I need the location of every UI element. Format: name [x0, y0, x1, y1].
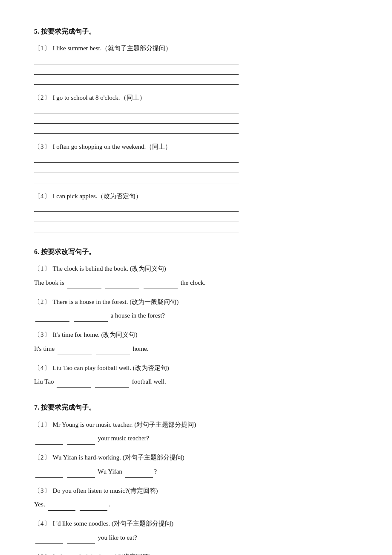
- q7-4-text: I 'd like some noodles. (对句子主题部分提问): [53, 518, 174, 529]
- section-6: 6. 按要求改写句子。 〔1〕 The clock is behind the …: [34, 246, 358, 388]
- blank: [35, 535, 63, 544]
- q6-1-text: The clock is behind the book. (改为同义句): [53, 263, 166, 275]
- blank: [48, 502, 75, 511]
- blank: [35, 469, 63, 478]
- q5-4-text: I can pick apples.（改为否定句）: [53, 191, 142, 202]
- q5-1-line: 〔1〕 I like summer best.（就句子主题部分提问）: [34, 43, 358, 54]
- answer-line: [34, 105, 239, 113]
- q6-3-line: 〔3〕 It's time for home. (改为同义句): [34, 330, 358, 341]
- answer-line: [34, 76, 239, 85]
- q5-4-line: 〔4〕 I can pick apples.（改为否定句）: [34, 191, 358, 202]
- q5-2-answers: [34, 105, 358, 134]
- q5-1-number: 〔1〕: [34, 43, 50, 54]
- blank: [80, 502, 107, 511]
- blank: [105, 280, 139, 289]
- q5-4-number: 〔4〕: [34, 191, 50, 202]
- section-7-title: 7. 按要求完成句子。: [34, 402, 358, 413]
- q7-3-line: 〔3〕 Do you often listen to music?(肯定回答): [34, 486, 358, 497]
- q6-1: 〔1〕 The clock is behind the book. (改为同义句…: [34, 263, 358, 289]
- q7-2: 〔2〕 Wu Yifan is hard-working. (对句子主题部分提问…: [34, 452, 358, 478]
- q7-3-text: Do you often listen to music?(肯定回答): [53, 486, 158, 497]
- answer-line: [34, 165, 239, 173]
- q7-3: 〔3〕 Do you often listen to music?(肯定回答) …: [34, 486, 358, 511]
- q6-1-line: 〔1〕 The clock is behind the book. (改为同义句…: [34, 263, 358, 275]
- blank: [144, 280, 178, 289]
- q6-1-number: 〔1〕: [34, 263, 50, 275]
- answer-line: [34, 175, 239, 183]
- q6-3: 〔3〕 It's time for home. (改为同义句) It's tim…: [34, 330, 358, 355]
- q7-2-line: 〔2〕 Wu Yifan is hard-working. (对句子主题部分提问…: [34, 452, 358, 463]
- q7-2-completion: Wu Yifan ?: [34, 465, 358, 478]
- q7-5-line: 〔5〕 Is there a desk in the park?(肯定回答): [34, 552, 358, 555]
- section-7: 7. 按要求完成句子。 〔1〕 Mr Young is our music te…: [34, 402, 358, 555]
- q7-1: 〔1〕 Mr Young is our music teacher. (对句子主…: [34, 419, 358, 445]
- section-5-title: 5. 按要求完成句子。: [34, 26, 358, 37]
- q5-3-number: 〔3〕: [34, 142, 50, 153]
- blank: [67, 436, 95, 445]
- blank: [67, 469, 95, 478]
- q7-1-completion: your music teacher?: [34, 432, 358, 445]
- blank: [96, 347, 130, 355]
- blank: [57, 379, 91, 388]
- q7-2-text: Wu Yifan is hard-working. (对句子主题部分提问): [53, 452, 184, 463]
- q6-2-completion: a house in the forest?: [34, 309, 358, 322]
- q6-2-text: There is a house in the forest. (改为一般疑问句…: [53, 297, 179, 308]
- blank: [35, 436, 63, 445]
- blank: [125, 469, 153, 478]
- section-6-title: 6. 按要求改写句子。: [34, 246, 358, 257]
- blank: [67, 280, 101, 289]
- blank: [74, 313, 108, 322]
- answer-line: [34, 125, 239, 134]
- q7-3-number: 〔3〕: [34, 486, 50, 497]
- answer-line: [34, 224, 239, 232]
- answer-line: [34, 154, 239, 163]
- q6-2-number: 〔2〕: [34, 297, 50, 308]
- q6-4-completion: Liu Tao football well.: [34, 375, 358, 388]
- q7-1-line: 〔1〕 Mr Young is our music teacher. (对句子主…: [34, 419, 358, 431]
- section-5: 5. 按要求完成句子。 〔1〕 I like summer best.（就句子主…: [34, 26, 358, 232]
- q6-4-line: 〔4〕 Liu Tao can play football well. (改为否…: [34, 363, 358, 374]
- q6-4-number: 〔4〕: [34, 363, 50, 374]
- answer-line: [34, 115, 239, 124]
- q5-2-number: 〔2〕: [34, 92, 50, 104]
- q5-2-line: 〔2〕 I go to school at 8 o'clock.（同上）: [34, 92, 358, 104]
- q7-5-number: 〔5〕: [34, 552, 50, 555]
- q6-4-text: Liu Tao can play football well. (改为否定句): [53, 363, 169, 374]
- q5-3: 〔3〕 I often go shopping on the weekend.（…: [34, 142, 358, 183]
- q5-1-text: I like summer best.（就句子主题部分提问）: [53, 43, 172, 54]
- blank: [95, 379, 129, 388]
- q5-2: 〔2〕 I go to school at 8 o'clock.（同上）: [34, 92, 358, 134]
- answer-line: [34, 56, 239, 64]
- q6-3-completion: It's time home.: [34, 342, 358, 355]
- q7-3-completion: Yes, .: [34, 498, 358, 511]
- q5-1: 〔1〕 I like summer best.（就句子主题部分提问）: [34, 43, 358, 85]
- q7-4-number: 〔4〕: [34, 518, 50, 529]
- q6-4: 〔4〕 Liu Tao can play football well. (改为否…: [34, 363, 358, 388]
- q5-4: 〔4〕 I can pick apples.（改为否定句）: [34, 191, 358, 233]
- q6-3-text: It's time for home. (改为同义句): [53, 330, 138, 341]
- q7-5-text: Is there a desk in the park?(肯定回答): [53, 552, 151, 555]
- blank: [58, 347, 92, 355]
- q7-4-line: 〔4〕 I 'd like some noodles. (对句子主题部分提问): [34, 518, 358, 529]
- answer-line: [34, 203, 239, 212]
- answer-line: [34, 66, 239, 75]
- blank: [67, 535, 95, 544]
- q6-1-completion: The book is the clock.: [34, 276, 358, 289]
- q6-3-number: 〔3〕: [34, 330, 50, 341]
- q7-4-completion: you like to eat?: [34, 531, 358, 544]
- q7-4: 〔4〕 I 'd like some noodles. (对句子主题部分提问) …: [34, 518, 358, 544]
- q5-3-line: 〔3〕 I often go shopping on the weekend.（…: [34, 142, 358, 153]
- q5-4-answers: [34, 203, 358, 232]
- q6-2: 〔2〕 There is a house in the forest. (改为一…: [34, 297, 358, 322]
- answer-line: [34, 214, 239, 222]
- q7-2-number: 〔2〕: [34, 452, 50, 463]
- blank: [35, 313, 69, 322]
- q5-1-answers: [34, 56, 358, 85]
- q7-5: 〔5〕 Is there a desk in the park?(肯定回答): [34, 552, 358, 555]
- q6-2-line: 〔2〕 There is a house in the forest. (改为一…: [34, 297, 358, 308]
- q5-3-answers: [34, 154, 358, 183]
- q5-3-text: I often go shopping on the weekend.（同上）: [53, 142, 172, 153]
- q7-1-text: Mr Young is our music teacher. (对句子主题部分提…: [53, 419, 196, 431]
- q5-2-text: I go to school at 8 o'clock.（同上）: [53, 92, 146, 104]
- q7-1-number: 〔1〕: [34, 419, 50, 431]
